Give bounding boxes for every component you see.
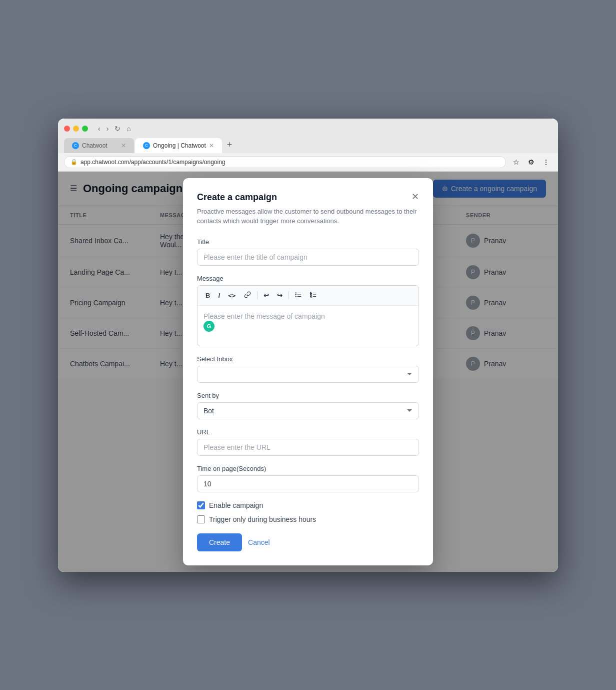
browser-extension-icons: ☆ ⚙ ⋮ bbox=[510, 156, 552, 168]
modal-close-button[interactable]: ✕ bbox=[412, 192, 419, 201]
address-bar-url: app.chatwoot.com/app/accounts/1/campaign… bbox=[80, 159, 226, 166]
forward-button[interactable]: › bbox=[104, 124, 111, 134]
editor-toolbar: B I <> ↩ ↪ bbox=[198, 286, 418, 306]
undo-button[interactable]: ↩ bbox=[260, 290, 272, 301]
ordered-list-button[interactable]: 1.2.3. bbox=[307, 290, 320, 301]
trigger-hours-checkbox[interactable] bbox=[197, 515, 205, 523]
address-bar[interactable]: 🔒 app.chatwoot.com/app/accounts/1/campai… bbox=[64, 156, 506, 168]
toolbar-divider bbox=[257, 291, 258, 299]
message-label: Message bbox=[197, 275, 419, 282]
code-button[interactable]: <> bbox=[225, 290, 239, 301]
create-campaign-modal: Create a campaign ✕ Proactive messages a… bbox=[183, 178, 433, 565]
browser-window: ‹ › ↻ ⌂ C Chatwoot ✕ C Ongoing | Chatwoo… bbox=[58, 119, 558, 572]
nav-buttons: ‹ › ↻ ⌂ bbox=[96, 124, 133, 134]
grammarly-icon: G bbox=[204, 321, 214, 332]
link-button[interactable] bbox=[241, 290, 254, 301]
modal-title: Create a campaign bbox=[197, 192, 277, 203]
enable-campaign-label[interactable]: Enable campaign bbox=[209, 501, 263, 509]
close-traffic-light[interactable] bbox=[64, 126, 70, 132]
sent-by-label: Sent by bbox=[197, 392, 419, 399]
traffic-lights bbox=[64, 126, 88, 132]
home-button[interactable]: ⌂ bbox=[124, 124, 132, 134]
tab-ongoing-label: Ongoing | Chatwoot bbox=[153, 142, 206, 149]
trigger-hours-group: Trigger only during business hours bbox=[197, 515, 419, 523]
editor-body[interactable]: Please enter the message of campaign G bbox=[198, 306, 418, 346]
select-inbox-dropdown[interactable] bbox=[197, 366, 419, 383]
modal-actions: Create Cancel bbox=[197, 533, 419, 551]
refresh-button[interactable]: ↻ bbox=[112, 124, 122, 134]
message-form-group: Message B I <> ↩ ↪ bbox=[197, 275, 419, 346]
modal-subtitle: Proactive messages allow the customer to… bbox=[197, 207, 419, 226]
back-button[interactable]: ‹ bbox=[96, 124, 102, 134]
browser-controls: ‹ › ↻ ⌂ bbox=[64, 124, 552, 134]
tab-ongoing[interactable]: C Ongoing | Chatwoot ✕ bbox=[135, 138, 222, 153]
tab-chatwoot[interactable]: C Chatwoot ✕ bbox=[64, 138, 134, 153]
cancel-button[interactable]: Cancel bbox=[248, 538, 270, 546]
enable-campaign-group: Enable campaign bbox=[197, 501, 419, 509]
svg-point-5 bbox=[296, 296, 296, 296]
extensions-icon[interactable]: ⚙ bbox=[525, 156, 537, 168]
tab-chatwoot-close[interactable]: ✕ bbox=[121, 142, 126, 149]
tab-chatwoot-label: Chatwoot bbox=[82, 142, 108, 149]
browser-chrome: ‹ › ↻ ⌂ C Chatwoot ✕ C Ongoing | Chatwoo… bbox=[58, 119, 558, 153]
select-inbox-label: Select Inbox bbox=[197, 355, 419, 363]
time-label: Time on page(Seconds) bbox=[197, 465, 419, 472]
url-form-group: URL bbox=[197, 428, 419, 456]
create-button[interactable]: Create bbox=[197, 533, 242, 551]
maximize-traffic-light[interactable] bbox=[82, 126, 88, 132]
bookmark-icon[interactable]: ☆ bbox=[510, 156, 522, 168]
select-inbox-form-group: Select Inbox bbox=[197, 355, 419, 383]
time-input[interactable] bbox=[197, 475, 419, 492]
modal-header: Create a campaign ✕ bbox=[197, 192, 419, 203]
modal-overlay: Create a campaign ✕ Proactive messages a… bbox=[58, 172, 558, 572]
menu-icon[interactable]: ⋮ bbox=[540, 156, 552, 168]
sent-by-form-group: Sent by Bot bbox=[197, 392, 419, 419]
unordered-list-button[interactable] bbox=[292, 290, 305, 301]
message-placeholder: Please enter the message of campaign bbox=[204, 312, 325, 320]
svg-text:3.: 3. bbox=[310, 295, 312, 297]
trigger-hours-label[interactable]: Trigger only during business hours bbox=[209, 515, 316, 523]
url-label: URL bbox=[197, 428, 419, 436]
enable-campaign-checkbox[interactable] bbox=[197, 501, 205, 509]
toolbar-divider bbox=[288, 291, 289, 299]
add-tab-button[interactable]: + bbox=[223, 138, 236, 152]
bold-button[interactable]: B bbox=[202, 290, 213, 301]
svg-point-3 bbox=[296, 292, 296, 293]
app-content: ☰ Ongoing campaigns ⊕ Create a ongoing c… bbox=[58, 172, 558, 572]
lock-icon: 🔒 bbox=[70, 159, 78, 165]
tab-ongoing-close[interactable]: ✕ bbox=[209, 142, 214, 149]
redo-button[interactable]: ↪ bbox=[274, 290, 286, 301]
ongoing-favicon: C bbox=[143, 142, 150, 149]
time-form-group: Time on page(Seconds) bbox=[197, 465, 419, 492]
svg-point-4 bbox=[296, 294, 296, 295]
chatwoot-favicon: C bbox=[72, 142, 79, 149]
title-input[interactable] bbox=[197, 249, 419, 266]
browser-tabs: C Chatwoot ✕ C Ongoing | Chatwoot ✕ + bbox=[64, 138, 552, 153]
address-bar-row: 🔒 app.chatwoot.com/app/accounts/1/campai… bbox=[58, 153, 558, 172]
title-form-group: Title bbox=[197, 238, 419, 266]
minimize-traffic-light[interactable] bbox=[73, 126, 79, 132]
sent-by-dropdown[interactable]: Bot bbox=[197, 402, 419, 419]
url-input[interactable] bbox=[197, 439, 419, 456]
title-label: Title bbox=[197, 238, 419, 246]
italic-button[interactable]: I bbox=[215, 290, 223, 301]
rich-text-editor: B I <> ↩ ↪ bbox=[197, 285, 419, 346]
